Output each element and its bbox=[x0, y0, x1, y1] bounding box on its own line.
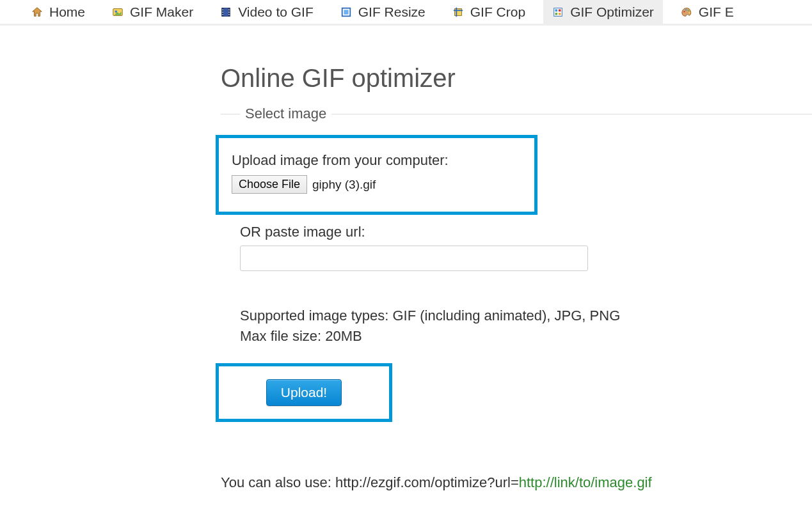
svg-rect-14 bbox=[454, 10, 463, 11]
resize-icon bbox=[340, 6, 352, 18]
nav-label: GIF Resize bbox=[358, 4, 426, 20]
svg-rect-15 bbox=[456, 7, 457, 16]
nav-gif-effects[interactable]: GIF E bbox=[672, 0, 743, 25]
nav-label: GIF E bbox=[699, 4, 734, 20]
main-content: Online GIF optimizer Select image Upload… bbox=[0, 26, 812, 491]
max-file-size: Max file size: 20MB bbox=[240, 326, 793, 347]
nav-label: GIF Crop bbox=[470, 4, 525, 20]
svg-rect-5 bbox=[222, 9, 224, 10]
image-url-input[interactable] bbox=[240, 246, 588, 271]
nav-gif-resize[interactable]: GIF Resize bbox=[331, 0, 434, 25]
palette-icon bbox=[681, 6, 692, 18]
svg-point-1 bbox=[115, 10, 118, 13]
svg-rect-19 bbox=[555, 12, 558, 15]
nav-label: GIF Optimizer bbox=[570, 4, 654, 20]
svg-rect-7 bbox=[222, 13, 224, 15]
nav-gif-optimizer[interactable]: GIF Optimizer bbox=[543, 0, 663, 25]
crop-icon bbox=[452, 6, 464, 18]
upload-label: Upload image from your computer: bbox=[232, 152, 521, 169]
svg-rect-20 bbox=[559, 12, 561, 15]
nav-home[interactable]: Home bbox=[22, 0, 94, 25]
nav-label: GIF Maker bbox=[130, 4, 193, 20]
nav-video-to-gif[interactable]: Video to GIF bbox=[211, 0, 322, 25]
film-icon bbox=[220, 6, 232, 18]
or-paste-label: OR paste image url: bbox=[240, 224, 793, 240]
image-icon bbox=[112, 6, 123, 18]
upload-button[interactable]: Upload! bbox=[266, 379, 342, 406]
nav-label: Home bbox=[49, 4, 85, 20]
nav-label: Video to GIF bbox=[238, 4, 314, 20]
svg-rect-17 bbox=[555, 9, 558, 12]
select-image-fieldset: Select image Upload image from your comp… bbox=[221, 105, 812, 448]
svg-point-23 bbox=[687, 10, 689, 11]
svg-rect-9 bbox=[228, 12, 230, 13]
svg-rect-6 bbox=[222, 12, 224, 13]
svg-point-24 bbox=[689, 12, 690, 13]
svg-rect-18 bbox=[559, 9, 561, 12]
page-title: Online GIF optimizer bbox=[221, 64, 812, 93]
file-input-row: Choose File giphy (3).gif bbox=[232, 175, 521, 194]
selected-filename: giphy (3).gif bbox=[312, 178, 376, 192]
top-nav: Home GIF Maker Video to GIF GIF Resize G… bbox=[0, 0, 812, 26]
upload-button-highlight: Upload! bbox=[216, 363, 392, 422]
usage-hint-prefix: You can also use: http://ezgif.com/optim… bbox=[221, 474, 519, 490]
svg-rect-12 bbox=[344, 10, 348, 14]
svg-rect-13 bbox=[454, 8, 461, 15]
nav-gif-maker[interactable]: GIF Maker bbox=[103, 0, 202, 25]
svg-point-21 bbox=[683, 10, 685, 12]
usage-hint: You can also use: http://ezgif.com/optim… bbox=[221, 474, 812, 491]
svg-rect-8 bbox=[228, 9, 230, 10]
supported-info: Supported image types: GIF (including an… bbox=[240, 306, 793, 347]
nav-gif-crop[interactable]: GIF Crop bbox=[443, 0, 534, 25]
supported-types: Supported image types: GIF (including an… bbox=[240, 306, 793, 326]
choose-file-button[interactable]: Choose File bbox=[232, 175, 307, 194]
svg-rect-10 bbox=[228, 13, 230, 15]
home-icon bbox=[31, 6, 43, 18]
optimizer-icon bbox=[552, 6, 564, 18]
fieldset-legend: Select image bbox=[240, 105, 331, 122]
svg-point-22 bbox=[685, 9, 687, 10]
usage-hint-link[interactable]: http://link/to/image.gif bbox=[519, 474, 652, 490]
upload-highlight-box: Upload image from your computer: Choose … bbox=[216, 135, 537, 215]
